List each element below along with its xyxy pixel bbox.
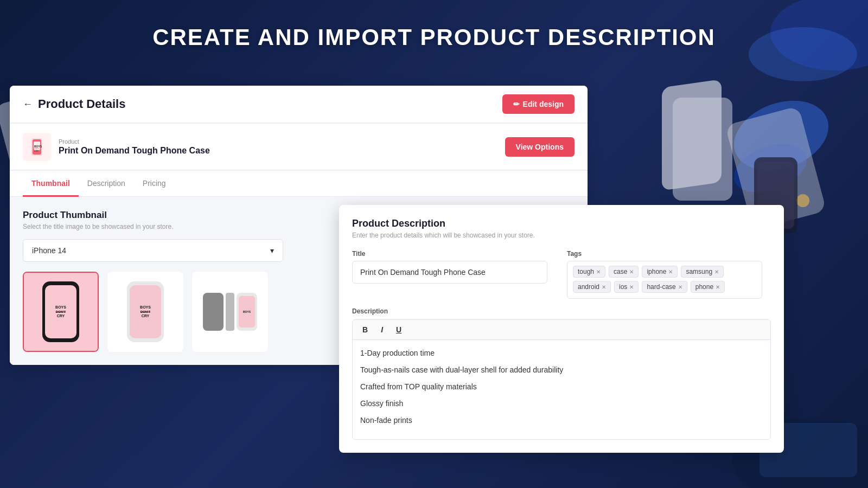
tag-samsung[interactable]: samsung ✕ bbox=[681, 266, 724, 278]
description-editor: B I U 1-Day production time Tough-as-nai… bbox=[352, 319, 771, 440]
dropdown-value: iPhone 14 bbox=[32, 246, 66, 255]
desc-line-2: Tough-as-nails case with dual-layer shel… bbox=[360, 364, 763, 376]
view-options-button[interactable]: View Options bbox=[505, 137, 575, 157]
product-info-text: Product Print On Demand Tough Phone Case bbox=[59, 138, 210, 156]
panel-title: Product Details bbox=[38, 97, 125, 111]
tag-case-remove[interactable]: ✕ bbox=[629, 269, 634, 275]
tag-samsung-remove[interactable]: ✕ bbox=[714, 269, 719, 275]
edit-icon: ✏ bbox=[513, 100, 520, 108]
tag-iphone[interactable]: iphone ✕ bbox=[642, 266, 678, 278]
tag-ios-remove[interactable]: ✕ bbox=[629, 284, 634, 290]
tag-phone-remove[interactable]: ✕ bbox=[716, 284, 720, 290]
underline-button[interactable]: U bbox=[393, 324, 405, 335]
page-title: CREATE AND IMPORT PRODUCT DESCRIPTION bbox=[152, 24, 716, 50]
desc-line-1: 1-Day production time bbox=[360, 348, 763, 359]
editor-toolbar: B I U bbox=[353, 320, 770, 340]
tag-hard-case-label: hard-case bbox=[647, 283, 675, 291]
product-name: Print On Demand Tough Phone Case bbox=[59, 146, 210, 156]
panel-header: ← Product Details ✏ Edit design bbox=[10, 86, 588, 123]
tag-ios[interactable]: ios ✕ bbox=[614, 281, 639, 293]
product-info-bar: BOYS DON'T CRY Product Print On Demand T… bbox=[10, 124, 588, 170]
tabs-bar: Thumbnail Description Pricing bbox=[10, 171, 588, 197]
product-label: Product bbox=[59, 138, 210, 145]
thumbnail-card-3[interactable]: BOYS bbox=[192, 272, 268, 352]
tab-description[interactable]: Description bbox=[79, 171, 134, 197]
tag-phone[interactable]: phone ✕ bbox=[691, 281, 725, 293]
tag-android[interactable]: android ✕ bbox=[573, 281, 611, 293]
tags-label: Tags bbox=[567, 250, 771, 258]
desc-panel-subtitle: Enter the product details which will be … bbox=[352, 232, 771, 239]
edit-design-button[interactable]: ✏ Edit design bbox=[502, 94, 575, 114]
tag-tough[interactable]: tough ✕ bbox=[573, 266, 605, 278]
tag-ios-label: ios bbox=[619, 283, 627, 291]
tag-android-remove[interactable]: ✕ bbox=[602, 284, 606, 290]
desc-fields-row: Title Tags tough ✕ case ✕ iphone ✕ bbox=[352, 250, 771, 299]
product-icon: BOYS DON'T CRY bbox=[23, 133, 51, 161]
tag-tough-remove[interactable]: ✕ bbox=[596, 269, 601, 275]
title-field-group: Title bbox=[352, 250, 556, 299]
desc-line-5: Non-fade prints bbox=[360, 415, 763, 426]
tag-samsung-label: samsung bbox=[686, 268, 712, 275]
thumbnail-card-1[interactable]: BOYS DON'T CRY bbox=[23, 272, 99, 352]
title-input[interactable] bbox=[352, 261, 547, 284]
chevron-down-icon: ▾ bbox=[270, 246, 274, 255]
tags-container[interactable]: tough ✕ case ✕ iphone ✕ samsung ✕ androi… bbox=[567, 261, 762, 299]
title-label: Title bbox=[352, 250, 556, 258]
editor-content[interactable]: 1-Day production time Tough-as-nails cas… bbox=[353, 340, 770, 439]
tab-thumbnail[interactable]: Thumbnail bbox=[23, 171, 79, 197]
product-info-left: BOYS DON'T CRY Product Print On Demand T… bbox=[23, 133, 210, 161]
product-description-panel: Product Description Enter the product de… bbox=[339, 205, 784, 453]
tags-field-group: Tags tough ✕ case ✕ iphone ✕ samsung ✕ bbox=[567, 250, 771, 299]
tag-iphone-label: iphone bbox=[647, 268, 666, 275]
bold-button[interactable]: B bbox=[359, 324, 371, 335]
thumbnail-card-2[interactable]: BOYS DON'T CRY bbox=[107, 272, 183, 352]
tab-pricing[interactable]: Pricing bbox=[134, 171, 175, 197]
desc-line-4: Glossy finish bbox=[360, 398, 763, 409]
edit-design-label: Edit design bbox=[523, 100, 564, 108]
description-label: Description bbox=[352, 307, 771, 315]
iphone-model-dropdown[interactable]: iPhone 14 ▾ bbox=[23, 239, 283, 262]
desc-panel-title: Product Description bbox=[352, 218, 771, 229]
svg-text:CRY: CRY bbox=[34, 150, 39, 152]
back-button[interactable]: ← bbox=[23, 99, 33, 110]
panel-header-left: ← Product Details bbox=[23, 97, 125, 111]
tag-case-label: case bbox=[614, 268, 627, 275]
tag-iphone-remove[interactable]: ✕ bbox=[668, 269, 673, 275]
tag-android-label: android bbox=[578, 283, 599, 291]
tag-phone-label: phone bbox=[695, 283, 713, 291]
tag-hard-case[interactable]: hard-case ✕ bbox=[642, 281, 687, 293]
tag-case[interactable]: case ✕ bbox=[609, 266, 639, 278]
tag-tough-label: tough bbox=[578, 268, 594, 275]
desc-line-3: Crafted from TOP quality materials bbox=[360, 381, 763, 393]
tag-hard-case-remove[interactable]: ✕ bbox=[678, 284, 682, 290]
italic-button[interactable]: I bbox=[378, 324, 386, 335]
